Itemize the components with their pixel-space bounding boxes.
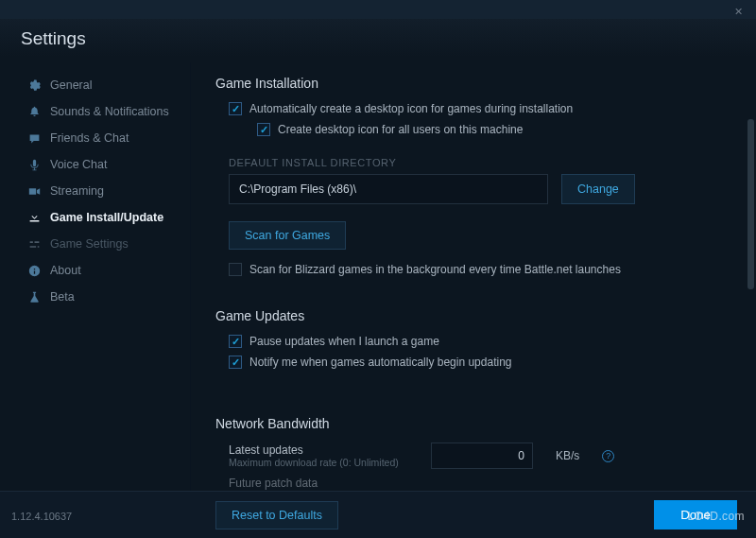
bandwidth-future-label: Future patch data	[229, 477, 408, 490]
sidebar-item-gamesettings[interactable]: Game Settings	[0, 231, 190, 257]
install-dir-input[interactable]	[229, 174, 548, 204]
bandwidth-latest-row: Latest updates Maximum download rate (0:…	[215, 443, 728, 469]
sidebar-item-label: Beta	[50, 290, 75, 304]
checkbox-label: Create desktop icon for all users on thi…	[278, 123, 523, 136]
bell-icon	[28, 106, 41, 118]
settings-window: ✕ Settings General Sounds & Notification…	[0, 0, 756, 538]
bandwidth-unit: KB/s	[556, 449, 579, 462]
sliders-icon	[28, 238, 41, 251]
section-title-install: Game Installation	[215, 76, 728, 91]
checkbox-label: Automatically create a desktop icon for …	[249, 102, 573, 115]
camera-icon	[28, 185, 41, 198]
change-button[interactable]: Change	[561, 174, 635, 204]
sidebar-item-beta[interactable]: Beta	[0, 284, 190, 310]
install-dir-subhead: DEFAULT INSTALL DIRECTORY	[229, 157, 728, 168]
close-icon[interactable]: ✕	[734, 6, 743, 18]
bandwidth-future-row: Future patch data	[215, 477, 728, 490]
checkbox-row-all-users[interactable]: Create desktop icon for all users on thi…	[215, 123, 728, 136]
sidebar-item-about[interactable]: About	[0, 257, 190, 284]
footer: Reset to Defaults Done	[0, 491, 756, 538]
gear-icon	[28, 79, 41, 92]
watermark: LO4D.com	[687, 510, 745, 523]
sidebar-item-label: Game Settings	[50, 237, 129, 251]
body: General Sounds & Notifications Friends &…	[0, 62, 756, 538]
checkbox-label: Pause updates when I launch a game	[249, 335, 439, 348]
checkbox-bg-scan[interactable]	[229, 263, 242, 276]
header: Settings	[0, 19, 756, 62]
checkbox-row-auto-icon[interactable]: Automatically create a desktop icon for …	[215, 102, 728, 115]
checkbox-row-bg-scan[interactable]: Scan for Blizzard games in the backgroun…	[215, 263, 728, 276]
help-icon[interactable]: ?	[602, 450, 614, 462]
sidebar-item-label: Game Install/Update	[50, 211, 163, 224]
sidebar-item-label: Voice Chat	[50, 158, 107, 171]
page-title: Settings	[21, 28, 735, 49]
section-title-updates: Game Updates	[215, 308, 728, 323]
sidebar-item-voice[interactable]: Voice Chat	[0, 151, 190, 178]
version-label: 1.12.4.10637	[11, 511, 72, 522]
reset-defaults-button[interactable]: Reset to Defaults	[215, 501, 338, 529]
sidebar-item-label: Friends & Chat	[50, 131, 129, 145]
checkbox-row-notify[interactable]: Notify me when games automatically begin…	[215, 356, 728, 369]
install-dir-row: Change	[215, 174, 728, 204]
bandwidth-latest-help: Maximum download rate (0: Unlimited)	[229, 457, 408, 468]
checkbox-pause-updates[interactable]	[229, 335, 242, 348]
mic-icon	[28, 159, 41, 171]
scan-for-games-button[interactable]: Scan for Games	[229, 221, 346, 250]
sidebar-item-sounds[interactable]: Sounds & Notifications	[0, 98, 190, 125]
titlebar: ✕	[0, 0, 756, 19]
download-icon	[28, 212, 41, 224]
sidebar-item-label: General	[50, 78, 92, 92]
scrollbar-thumb[interactable]	[747, 119, 754, 289]
checkbox-row-pause[interactable]: Pause updates when I launch a game	[215, 335, 728, 348]
sidebar: General Sounds & Notifications Friends &…	[0, 62, 191, 538]
checkbox-auto-icon[interactable]	[229, 102, 242, 115]
sidebar-item-label: About	[50, 264, 81, 277]
sidebar-item-streaming[interactable]: Streaming	[0, 178, 190, 204]
checkbox-label: Notify me when games automatically begin…	[249, 356, 512, 369]
bandwidth-latest-label: Latest updates	[229, 443, 408, 457]
bandwidth-latest-input[interactable]	[431, 443, 533, 469]
sidebar-item-install[interactable]: Game Install/Update	[0, 204, 190, 231]
sidebar-item-label: Sounds & Notifications	[50, 105, 169, 118]
sidebar-item-friends[interactable]: Friends & Chat	[0, 125, 190, 151]
content-panel: Game Installation Automatically create a…	[191, 62, 756, 538]
chat-icon	[28, 132, 41, 145]
section-title-bandwidth: Network Bandwidth	[215, 416, 728, 431]
flask-icon	[28, 291, 41, 304]
sidebar-item-general[interactable]: General	[0, 72, 190, 98]
info-icon	[28, 265, 41, 277]
checkbox-notify-updates[interactable]	[229, 356, 242, 369]
sidebar-item-label: Streaming	[50, 184, 104, 198]
checkbox-all-users[interactable]	[257, 123, 270, 136]
checkbox-label: Scan for Blizzard games in the backgroun…	[249, 263, 621, 276]
